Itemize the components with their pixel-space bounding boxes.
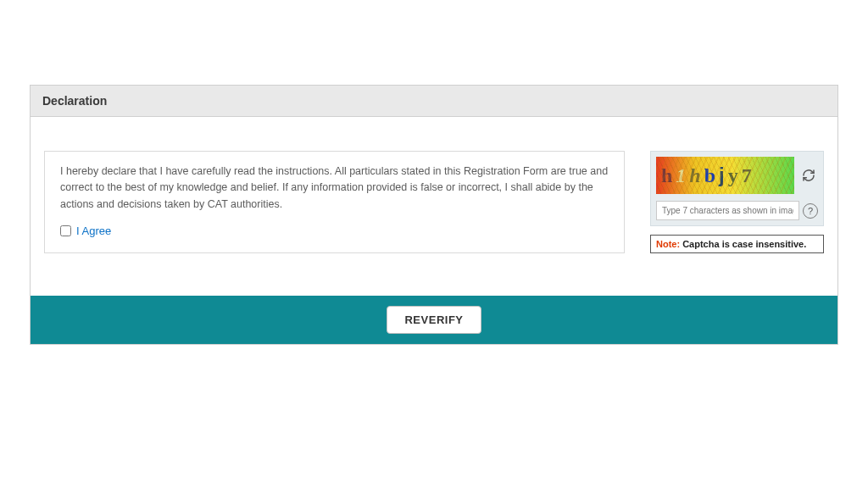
captcha-top-row: h 1 h b j y 7 bbox=[656, 157, 818, 194]
declaration-box: I hereby declare that I have carefully r… bbox=[44, 151, 625, 253]
captcha-char: 1 bbox=[676, 164, 686, 187]
note-text: Captcha is case insensitive. bbox=[682, 239, 806, 249]
panel-title: Declaration bbox=[31, 86, 837, 117]
captcha-note: Note: Captcha is case insensitive. bbox=[650, 235, 824, 253]
captcha-input-row: ? bbox=[656, 201, 818, 220]
captcha-card: h 1 h b j y 7 bbox=[650, 151, 824, 226]
captcha-input[interactable] bbox=[656, 201, 799, 220]
captcha-char: b bbox=[704, 164, 715, 187]
captcha-char: h bbox=[661, 164, 672, 187]
panel-body: I hereby declare that I have carefully r… bbox=[31, 117, 837, 296]
captcha-char: j bbox=[719, 164, 725, 187]
refresh-icon[interactable] bbox=[799, 166, 818, 185]
agree-checkbox[interactable] bbox=[60, 225, 71, 236]
captcha-char: y bbox=[728, 164, 738, 187]
footer-bar: REVERIFY bbox=[31, 296, 837, 344]
agree-row: I Agree bbox=[60, 225, 609, 237]
reverify-button[interactable]: REVERIFY bbox=[387, 306, 481, 334]
captcha-char: 7 bbox=[742, 164, 752, 187]
declaration-panel: Declaration I hereby declare that I have… bbox=[30, 85, 838, 345]
note-label: Note: bbox=[656, 239, 680, 249]
captcha-char: h bbox=[689, 164, 700, 187]
captcha-chars: h 1 h b j y 7 bbox=[656, 157, 794, 194]
captcha-column: h 1 h b j y 7 bbox=[650, 151, 824, 253]
help-icon[interactable]: ? bbox=[803, 203, 818, 219]
declaration-text: I hereby declare that I have carefully r… bbox=[60, 164, 609, 213]
captcha-image: h 1 h b j y 7 bbox=[656, 157, 794, 194]
agree-label[interactable]: I Agree bbox=[76, 225, 111, 237]
